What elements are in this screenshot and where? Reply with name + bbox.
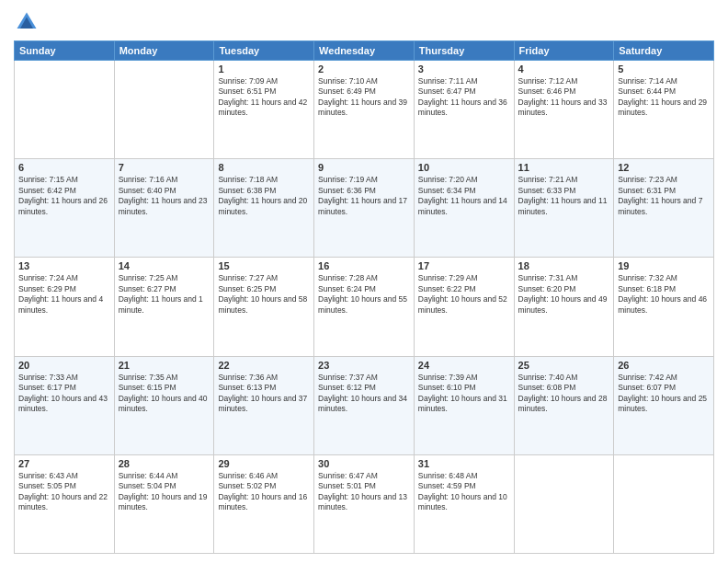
day-number: 10 [418,162,510,173]
calendar-cell: 16Sunrise: 7:28 AMSunset: 6:24 PMDayligh… [314,258,415,356]
day-info: Sunrise: 7:12 AMSunset: 6:46 PMDaylight:… [518,76,610,119]
day-number: 26 [618,360,710,371]
calendar-cell: 14Sunrise: 7:25 AMSunset: 6:27 PMDayligh… [114,258,214,356]
day-number: 7 [119,162,210,173]
calendar-cell [614,454,714,553]
day-number: 21 [119,360,210,371]
day-info: Sunrise: 7:37 AMSunset: 6:12 PMDaylight:… [318,373,410,415]
calendar-cell: 31Sunrise: 6:48 AMSunset: 4:59 PMDayligh… [414,454,514,553]
day-number: 31 [418,458,510,469]
day-info: Sunrise: 7:29 AMSunset: 6:22 PMDaylight:… [418,273,510,316]
day-number: 19 [618,260,710,271]
calendar-cell: 4Sunrise: 7:12 AMSunset: 6:46 PMDaylight… [514,61,614,159]
calendar-cell: 2Sunrise: 7:10 AMSunset: 6:49 PMDaylight… [314,61,415,159]
calendar-cell: 13Sunrise: 7:24 AMSunset: 6:29 PMDayligh… [15,258,115,356]
calendar-week-row: 27Sunrise: 6:43 AMSunset: 5:05 PMDayligh… [15,454,714,553]
day-info: Sunrise: 7:25 AMSunset: 6:27 PMDaylight:… [119,273,210,316]
day-info: Sunrise: 7:14 AMSunset: 6:44 PMDaylight:… [618,76,710,119]
day-number: 6 [18,162,110,173]
day-number: 13 [18,260,110,271]
calendar-cell: 7Sunrise: 7:16 AMSunset: 6:40 PMDaylight… [114,159,214,258]
day-info: Sunrise: 7:31 AMSunset: 6:20 PMDaylight:… [518,273,610,316]
day-number: 25 [518,360,610,371]
day-info: Sunrise: 7:19 AMSunset: 6:36 PMDaylight:… [318,175,410,217]
header [14,9,714,35]
calendar-header-row: SundayMondayTuesdayWednesdayThursdayFrid… [15,41,714,61]
day-info: Sunrise: 6:47 AMSunset: 5:01 PMDaylight:… [318,471,410,513]
calendar-cell: 12Sunrise: 7:23 AMSunset: 6:31 PMDayligh… [614,159,714,258]
calendar-week-row: 6Sunrise: 7:15 AMSunset: 6:42 PMDaylight… [15,159,714,258]
calendar-cell: 15Sunrise: 7:27 AMSunset: 6:25 PMDayligh… [214,258,314,356]
day-number: 17 [418,260,510,271]
day-info: Sunrise: 7:33 AMSunset: 6:17 PMDaylight:… [18,373,110,415]
calendar-day-header: Saturday [614,41,714,61]
day-number: 11 [518,162,610,173]
calendar-cell: 1Sunrise: 7:09 AMSunset: 6:51 PMDaylight… [214,61,314,159]
day-info: Sunrise: 7:18 AMSunset: 6:38 PMDaylight:… [218,175,310,217]
calendar-week-row: 1Sunrise: 7:09 AMSunset: 6:51 PMDaylight… [15,61,714,159]
calendar-cell: 22Sunrise: 7:36 AMSunset: 6:13 PMDayligh… [214,356,314,454]
calendar-cell: 9Sunrise: 7:19 AMSunset: 6:36 PMDaylight… [314,159,415,258]
calendar-cell: 23Sunrise: 7:37 AMSunset: 6:12 PMDayligh… [314,356,415,454]
calendar-table: SundayMondayTuesdayWednesdayThursdayFrid… [14,40,714,554]
calendar-cell: 18Sunrise: 7:31 AMSunset: 6:20 PMDayligh… [514,258,614,356]
day-info: Sunrise: 6:44 AMSunset: 5:04 PMDaylight:… [119,471,210,513]
calendar-week-row: 20Sunrise: 7:33 AMSunset: 6:17 PMDayligh… [15,356,714,454]
calendar-cell [514,454,614,553]
day-info: Sunrise: 6:46 AMSunset: 5:02 PMDaylight:… [218,471,310,513]
day-info: Sunrise: 7:11 AMSunset: 6:47 PMDaylight:… [418,76,510,119]
day-number: 1 [218,63,310,75]
calendar-day-header: Sunday [15,41,115,61]
day-number: 18 [518,260,610,271]
day-number: 24 [418,360,510,371]
logo-icon [14,9,40,35]
day-info: Sunrise: 7:27 AMSunset: 6:25 PMDaylight:… [218,273,310,316]
day-number: 22 [218,360,310,371]
calendar-cell: 10Sunrise: 7:20 AMSunset: 6:34 PMDayligh… [414,159,514,258]
calendar-cell [114,61,214,159]
day-number: 29 [218,458,310,469]
day-number: 5 [618,63,710,75]
day-number: 14 [119,260,210,271]
calendar-day-header: Thursday [414,41,514,61]
day-info: Sunrise: 7:32 AMSunset: 6:18 PMDaylight:… [618,273,710,316]
day-number: 4 [518,63,610,75]
day-number: 16 [318,260,410,271]
day-number: 28 [119,458,210,469]
calendar-cell: 21Sunrise: 7:35 AMSunset: 6:15 PMDayligh… [114,356,214,454]
day-info: Sunrise: 7:23 AMSunset: 6:31 PMDaylight:… [618,175,710,217]
day-info: Sunrise: 7:09 AMSunset: 6:51 PMDaylight:… [218,76,310,119]
calendar-cell: 5Sunrise: 7:14 AMSunset: 6:44 PMDaylight… [614,61,714,159]
calendar-day-header: Friday [514,41,614,61]
calendar-cell: 17Sunrise: 7:29 AMSunset: 6:22 PMDayligh… [414,258,514,356]
page: SundayMondayTuesdayWednesdayThursdayFrid… [0,0,728,563]
calendar-cell [15,61,115,159]
logo [14,9,43,35]
day-info: Sunrise: 7:39 AMSunset: 6:10 PMDaylight:… [418,373,510,415]
day-info: Sunrise: 6:43 AMSunset: 5:05 PMDaylight:… [18,471,110,513]
calendar-week-row: 13Sunrise: 7:24 AMSunset: 6:29 PMDayligh… [15,258,714,356]
calendar-cell: 20Sunrise: 7:33 AMSunset: 6:17 PMDayligh… [15,356,115,454]
calendar-day-header: Tuesday [214,41,314,61]
calendar-cell: 25Sunrise: 7:40 AMSunset: 6:08 PMDayligh… [514,356,614,454]
day-number: 30 [318,458,410,469]
calendar-cell: 27Sunrise: 6:43 AMSunset: 5:05 PMDayligh… [15,454,115,553]
calendar-cell: 19Sunrise: 7:32 AMSunset: 6:18 PMDayligh… [614,258,714,356]
day-info: Sunrise: 7:20 AMSunset: 6:34 PMDaylight:… [418,175,510,217]
day-number: 2 [318,63,410,75]
calendar-cell: 26Sunrise: 7:42 AMSunset: 6:07 PMDayligh… [614,356,714,454]
day-info: Sunrise: 7:36 AMSunset: 6:13 PMDaylight:… [218,373,310,415]
day-info: Sunrise: 6:48 AMSunset: 4:59 PMDaylight:… [418,471,510,513]
calendar-cell: 3Sunrise: 7:11 AMSunset: 6:47 PMDaylight… [414,61,514,159]
day-info: Sunrise: 7:16 AMSunset: 6:40 PMDaylight:… [119,175,210,217]
day-info: Sunrise: 7:24 AMSunset: 6:29 PMDaylight:… [18,273,110,316]
day-info: Sunrise: 7:21 AMSunset: 6:33 PMDaylight:… [518,175,610,217]
day-info: Sunrise: 7:35 AMSunset: 6:15 PMDaylight:… [119,373,210,415]
calendar-cell: 11Sunrise: 7:21 AMSunset: 6:33 PMDayligh… [514,159,614,258]
day-number: 3 [418,63,510,75]
day-number: 27 [18,458,110,469]
day-number: 23 [318,360,410,371]
calendar-cell: 6Sunrise: 7:15 AMSunset: 6:42 PMDaylight… [15,159,115,258]
calendar-cell: 30Sunrise: 6:47 AMSunset: 5:01 PMDayligh… [314,454,415,553]
day-number: 15 [218,260,310,271]
